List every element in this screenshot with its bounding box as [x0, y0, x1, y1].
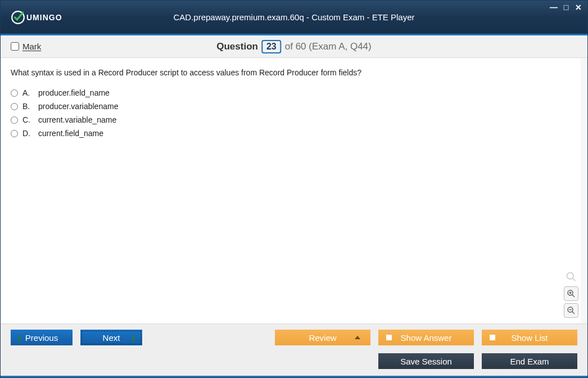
window-controls: — □ ✕: [549, 3, 583, 12]
content-area: What syntax is used in a Record Producer…: [1, 58, 587, 323]
zoom-out-button[interactable]: [564, 303, 578, 318]
previous-button[interactable]: ❮ Previous: [11, 330, 73, 345]
option-a[interactable]: A. producer.field_name: [11, 88, 571, 97]
button-label: Save Session: [400, 357, 452, 366]
question-label: Question: [216, 41, 258, 52]
brand-text: UMINGO: [26, 13, 62, 22]
titlebar: UMINGO CAD.prepaway.premium.exam.60q - C…: [1, 1, 587, 35]
option-b[interactable]: B. producer.variablename: [11, 102, 571, 111]
button-label: Next: [103, 333, 120, 343]
review-button[interactable]: Review: [275, 330, 370, 345]
svg-line-2: [573, 278, 576, 281]
end-exam-button[interactable]: End Exam: [482, 353, 577, 369]
triangle-up-icon: [355, 336, 360, 339]
question-counter: Question 23 of 60 (Exam A, Q44): [216, 40, 371, 53]
option-text: current.field_name: [38, 129, 103, 138]
button-label: Review: [309, 333, 336, 343]
question-text: What syntax is used in a Record Producer…: [11, 68, 571, 77]
option-letter: D.: [22, 129, 34, 138]
option-text: producer.variablename: [38, 102, 118, 111]
close-button[interactable]: ✕: [574, 3, 583, 12]
bottom-accent: [1, 376, 587, 377]
button-label: Show List: [511, 333, 548, 343]
maximize-button[interactable]: □: [562, 3, 571, 12]
show-answer-button[interactable]: Show Answer: [378, 330, 474, 345]
minimize-button[interactable]: —: [549, 3, 558, 12]
svg-line-4: [572, 295, 575, 298]
show-list-button[interactable]: Show List: [482, 330, 577, 345]
search-icon[interactable]: [564, 269, 578, 284]
radio-icon[interactable]: [11, 116, 18, 124]
mark-label: Mark: [22, 42, 41, 51]
question-of-text: of 60 (Exam A, Q44): [285, 41, 372, 52]
svg-point-1: [567, 273, 574, 280]
save-session-button[interactable]: Save Session: [378, 353, 474, 369]
logo-checkmark-icon: [11, 10, 25, 25]
app-window: UMINGO CAD.prepaway.premium.exam.60q - C…: [0, 0, 588, 378]
options-list: A. producer.field_name B. producer.varia…: [11, 88, 571, 138]
option-letter: A.: [22, 88, 34, 97]
radio-icon[interactable]: [11, 103, 18, 110]
question-number: 23: [261, 40, 282, 53]
window-title: CAD.prepaway.premium.exam.60q - Custom E…: [173, 12, 414, 22]
question-header: Mark Question 23 of 60 (Exam A, Q44): [1, 35, 587, 58]
zoom-in-button[interactable]: [564, 286, 578, 301]
button-label: End Exam: [510, 357, 549, 366]
footer-row-1: ❮ Previous Next ❯ Review Show Answer Sho…: [1, 324, 587, 351]
footer: ❮ Previous Next ❯ Review Show Answer Sho…: [1, 323, 587, 376]
option-letter: C.: [22, 115, 34, 124]
square-icon: [490, 335, 495, 340]
option-text: current.variable_name: [38, 115, 116, 124]
mark-checkbox-wrap[interactable]: Mark: [11, 42, 41, 51]
option-text: producer.field_name: [38, 88, 110, 97]
chevron-right-icon: ❯: [130, 334, 137, 342]
next-button[interactable]: Next ❯: [80, 330, 142, 345]
mark-checkbox[interactable]: [11, 42, 19, 51]
option-letter: B.: [22, 102, 34, 111]
chevron-left-icon: ❮: [16, 334, 22, 342]
option-d[interactable]: D. current.field_name: [11, 129, 571, 138]
radio-icon[interactable]: [11, 130, 18, 137]
button-label: Previous: [25, 333, 58, 343]
square-icon: [386, 335, 392, 340]
option-c[interactable]: C. current.variable_name: [11, 115, 571, 124]
button-label: Show Answer: [401, 333, 452, 343]
radio-icon[interactable]: [11, 89, 18, 97]
svg-line-8: [572, 312, 575, 314]
zoom-controls: [564, 269, 578, 318]
brand-logo: UMINGO: [11, 10, 62, 25]
footer-row-2: Save Session End Exam: [1, 351, 587, 376]
